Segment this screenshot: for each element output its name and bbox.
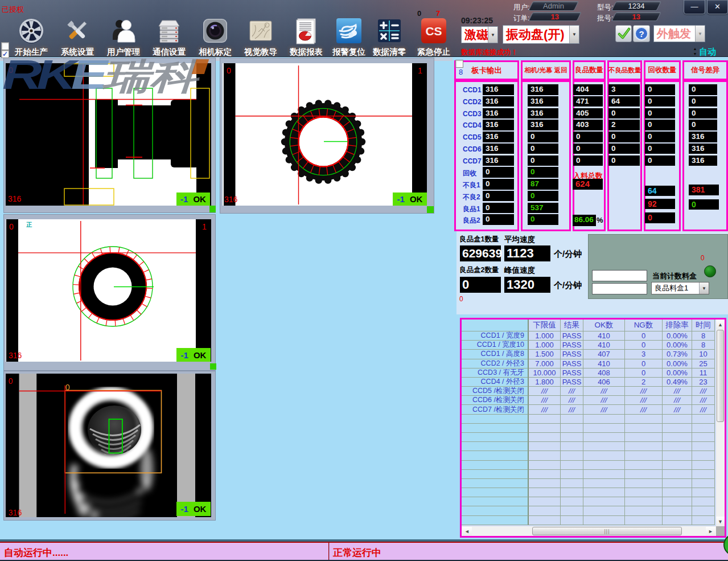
grid-vscroll-up-icon[interactable]: ▲ bbox=[716, 320, 725, 329]
grid-hscroll-thumb[interactable]: ||| bbox=[532, 527, 682, 535]
grid-cell-r2-c2[interactable]: 407 bbox=[583, 350, 625, 359]
grid-cell-r1-c5[interactable]: 8 bbox=[692, 341, 715, 350]
grid-row-header-3[interactable]: CCD2 / 外径3 bbox=[462, 359, 529, 368]
grid-cell-r3-c3[interactable]: 0 bbox=[625, 359, 663, 368]
vibrator-combo-arrow-icon[interactable]: ▼ bbox=[569, 26, 579, 43]
toolbar-button-emergency-stop[interactable]: CS紧急停止 bbox=[410, 16, 457, 56]
grid-cell-r2-c5[interactable]: 10 bbox=[692, 350, 715, 359]
grid-cell-r4-c4[interactable]: 0.00% bbox=[663, 368, 692, 378]
grid-row-header-6[interactable]: CCD5 /检测关闭 bbox=[462, 387, 529, 396]
grid-cell-r2-c4[interactable]: 0.73% bbox=[663, 350, 692, 359]
grid-cell-r5-c3[interactable]: 2 bbox=[625, 378, 663, 387]
grid-cell-r1-c0[interactable]: 1.000 bbox=[529, 341, 561, 350]
grid-row-header-8[interactable]: CCD7 /检测关闭 bbox=[462, 405, 529, 414]
excite-combo-arrow-icon[interactable]: ▼ bbox=[488, 27, 497, 43]
grid-hscroll-left-icon[interactable]: ◄ bbox=[462, 527, 472, 535]
grid-cell-r8-c2[interactable]: /// bbox=[583, 405, 625, 414]
toolbar-button-alarm-reset[interactable]: 报警复位 bbox=[326, 16, 372, 56]
grid-cell-r6-c1[interactable]: /// bbox=[561, 387, 583, 396]
grid-row-header-5[interactable]: CCD4 / 外径3 bbox=[462, 378, 529, 387]
stats-table-checkbox[interactable] bbox=[455, 60, 463, 68]
grid-cell-r7-c4[interactable]: /// bbox=[663, 396, 692, 405]
grid-cell-r4-c2[interactable]: 408 bbox=[583, 368, 625, 378]
grid-vscroll-thumb[interactable] bbox=[717, 330, 724, 422]
counter-select-arrow-icon[interactable]: ▼ bbox=[699, 282, 709, 294]
grid-cell-r5-c1[interactable]: PASS bbox=[561, 378, 583, 387]
grid-cell-r2-c0[interactable]: 1.500 bbox=[529, 350, 561, 359]
help-button[interactable]: ? bbox=[633, 25, 650, 42]
grid-cell-r5-c5[interactable]: 23 bbox=[692, 378, 715, 387]
counter-select[interactable]: 良品料盒1 ▼ bbox=[651, 282, 709, 294]
grid-row-header-2[interactable]: CCD1 / 高度8 bbox=[462, 350, 529, 359]
grid-cell-r2-c1[interactable]: PASS bbox=[561, 350, 583, 359]
user-field[interactable]: Admin bbox=[528, 1, 579, 11]
grid-cell-r4-c3[interactable]: 0 bbox=[625, 368, 663, 378]
grid-cell-r8-c0[interactable]: /// bbox=[529, 405, 561, 414]
counter-input-2[interactable] bbox=[592, 283, 647, 294]
grid-cell-r0-c0[interactable]: 1.000 bbox=[529, 331, 561, 341]
grid-col-header-3[interactable]: NG数 bbox=[625, 320, 663, 331]
grid-cell-r1-c2[interactable]: 410 bbox=[583, 341, 625, 350]
camera2-grip[interactable] bbox=[427, 206, 434, 213]
camera3-grip[interactable] bbox=[210, 363, 216, 370]
grid-cell-r0-c4[interactable]: 0.00% bbox=[663, 331, 692, 341]
toolbar-button-data-report[interactable]: 数据报表 bbox=[283, 16, 330, 56]
grid-hscroll-right-icon[interactable]: ► bbox=[706, 527, 715, 535]
grid-cell-r3-c2[interactable]: 410 bbox=[583, 359, 625, 368]
grid-col-header-5[interactable]: 时间 bbox=[692, 320, 715, 331]
grid-col-header-2[interactable]: OK数 bbox=[583, 320, 625, 331]
grid-row-header-0[interactable]: CCD1 / 宽度9 bbox=[462, 331, 529, 341]
grid-cell-r0-c5[interactable]: 8 bbox=[692, 331, 715, 341]
grid-cell-r7-c0[interactable]: /// bbox=[529, 396, 561, 405]
grid-cell-r8-c1[interactable]: /// bbox=[561, 405, 583, 414]
minimize-button[interactable]: — bbox=[684, 0, 705, 14]
grid-cell-r5-c4[interactable]: 0.49% bbox=[663, 378, 692, 387]
grid-cell-r7-c5[interactable]: /// bbox=[692, 396, 715, 405]
grid-cell-r1-c4[interactable]: 0.00% bbox=[663, 341, 692, 350]
toolbar-checkbox-bottom[interactable]: ✓ bbox=[1, 50, 9, 58]
model-field[interactable]: 1234 bbox=[611, 1, 661, 11]
grid-cell-r5-c2[interactable]: 406 bbox=[583, 378, 625, 387]
grid-cell-r6-c0[interactable]: /// bbox=[529, 387, 561, 396]
grid-cell-r1-c1[interactable]: PASS bbox=[561, 341, 583, 350]
grid-hscrollbar[interactable]: ◄|||► bbox=[462, 526, 716, 536]
toolbar-button-data-clear[interactable]: 数据清零 bbox=[366, 16, 413, 56]
grid-cell-r0-c3[interactable]: 0 bbox=[625, 331, 663, 341]
batch-field[interactable]: 13 bbox=[611, 12, 661, 21]
grid-row-header-7[interactable]: CCD6 /检测关闭 bbox=[462, 396, 529, 405]
grid-row-header-4[interactable]: CCD3 / 有无牙 bbox=[462, 368, 529, 378]
grid-cell-r6-c3[interactable]: /// bbox=[625, 387, 663, 396]
toolbar-checkbox-top[interactable] bbox=[1, 42, 9, 50]
grid-cell-r4-c5[interactable]: 11 bbox=[692, 368, 715, 378]
grid-cell-r6-c4[interactable]: /// bbox=[663, 387, 692, 396]
toolbar-button-system-settings[interactable]: 系统设置 bbox=[54, 16, 101, 56]
grid-cell-r5-c0[interactable]: 1.800 bbox=[529, 378, 561, 387]
confirm-button[interactable] bbox=[615, 25, 632, 42]
camera1-grip[interactable] bbox=[209, 206, 216, 212]
grid-vscrollbar[interactable]: ▲▼ bbox=[716, 320, 725, 526]
grid-cell-r7-c3[interactable]: /// bbox=[625, 396, 663, 405]
grid-cell-r6-c5[interactable]: /// bbox=[692, 387, 715, 396]
grid-cell-r6-c2[interactable]: /// bbox=[583, 387, 625, 396]
toolbar-button-camera-calibration[interactable]: 相机标定 bbox=[192, 16, 238, 56]
order-field[interactable]: 13 bbox=[528, 12, 582, 21]
grid-col-header-4[interactable]: 排除率 bbox=[663, 320, 692, 331]
toolbar-button-vision-teaching[interactable]: 视觉教导 bbox=[237, 16, 284, 56]
close-button[interactable]: ✕ bbox=[707, 0, 728, 14]
grid-cell-r3-c1[interactable]: PASS bbox=[561, 359, 583, 368]
counter-input-1[interactable] bbox=[592, 270, 647, 281]
toolbar-button-start-production[interactable]: 开始生产 bbox=[8, 16, 55, 56]
grid-cell-r8-c4[interactable]: /// bbox=[663, 405, 692, 414]
excite-combo[interactable]: 激磁 ▼ bbox=[461, 26, 498, 43]
grid-cell-r4-c0[interactable]: 10.000 bbox=[529, 368, 561, 378]
grid-cell-r7-c1[interactable]: /// bbox=[561, 396, 583, 405]
toolbar-button-user-management[interactable]: 用户管理 bbox=[100, 16, 147, 56]
grid-vscroll-down-icon[interactable]: ▼ bbox=[716, 517, 725, 526]
toolbar-button-comm-settings[interactable]: 通信设置 bbox=[146, 16, 192, 56]
grid-cell-r8-c5[interactable]: /// bbox=[692, 405, 715, 414]
trigger-combo-arrow-icon[interactable]: ▼ bbox=[695, 26, 705, 42]
vibrator-combo[interactable]: 振动盘(开) ▼ bbox=[503, 25, 579, 44]
grid-col-header-0[interactable]: 下限值 bbox=[529, 320, 561, 331]
trigger-combo[interactable]: 外触发 ▼ bbox=[653, 25, 705, 42]
grid-cell-r3-c0[interactable]: 7.000 bbox=[529, 359, 561, 368]
